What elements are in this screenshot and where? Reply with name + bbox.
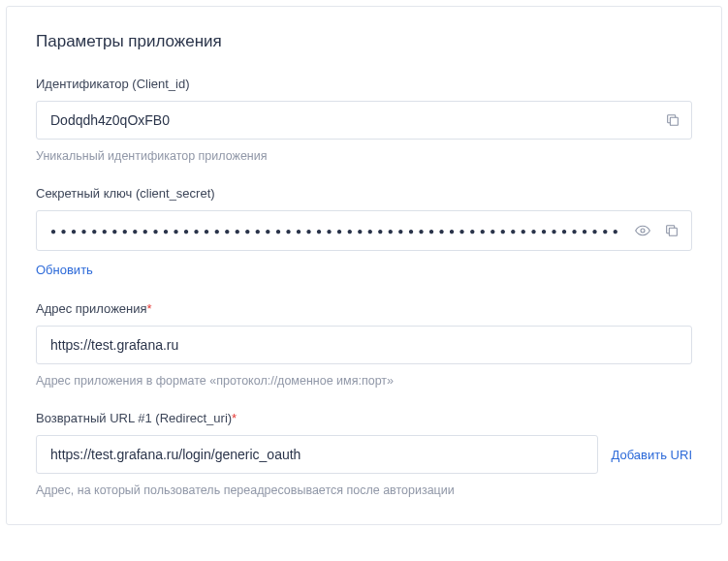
redirect-uri-label: Возвратный URL #1 (Redirect_uri)*	[36, 411, 692, 425]
copy-icon	[664, 223, 680, 238]
copy-icon	[665, 112, 681, 128]
required-marker: *	[232, 411, 237, 425]
redirect-uri-input-wrap	[36, 435, 598, 474]
client-id-input[interactable]	[36, 101, 692, 140]
client-secret-field: Секретный ключ (client_secret) ●●●●●●●●●…	[36, 186, 692, 278]
redirect-uri-label-text: Возвратный URL #1 (Redirect_uri)	[36, 411, 232, 425]
redirect-uri-row: Добавить URI	[36, 435, 692, 474]
eye-icon	[635, 223, 650, 238]
client-id-icons	[663, 110, 682, 130]
refresh-secret-button[interactable]: Обновить	[36, 263, 93, 277]
app-url-field: Адрес приложения* Адрес приложения в фор…	[36, 301, 692, 388]
svg-point-1	[641, 229, 645, 233]
redirect-uri-input[interactable]	[36, 435, 598, 474]
add-uri-button[interactable]: Добавить URI	[612, 448, 692, 462]
copy-secret-button[interactable]	[662, 221, 681, 240]
client-secret-label: Секретный ключ (client_secret)	[36, 186, 692, 201]
app-url-label-text: Адрес приложения	[36, 301, 147, 316]
app-params-panel: Параметры приложения Идентификатор (Clie…	[6, 6, 722, 525]
client-id-input-wrap	[36, 101, 692, 140]
reveal-secret-button[interactable]	[633, 221, 652, 240]
client-id-field: Идентификатор (Client_id) Уникальный иде…	[36, 77, 692, 163]
panel-title: Параметры приложения	[36, 32, 692, 51]
client-id-label: Идентификатор (Client_id)	[36, 77, 692, 91]
client-secret-input-wrap[interactable]: ●●●●●●●●●●●●●●●●●●●●●●●●●●●●●●●●●●●●●●●●…	[36, 210, 692, 251]
app-url-input-wrap	[36, 326, 692, 364]
copy-client-id-button[interactable]	[663, 110, 682, 130]
svg-rect-2	[669, 228, 677, 235]
required-marker: *	[147, 301, 152, 316]
app-url-label: Адрес приложения*	[36, 301, 692, 316]
redirect-uri-field: Возвратный URL #1 (Redirect_uri)* Добави…	[36, 411, 692, 497]
svg-rect-0	[670, 117, 678, 125]
redirect-uri-help: Адрес, на который пользователь переадрес…	[36, 483, 692, 497]
client-secret-masked: ●●●●●●●●●●●●●●●●●●●●●●●●●●●●●●●●●●●●●●●●…	[37, 211, 617, 250]
client-secret-icons	[633, 221, 681, 240]
app-url-input[interactable]	[36, 326, 692, 364]
client-id-help: Уникальный идентификатор приложения	[36, 149, 692, 163]
app-url-help: Адрес приложения в формате «протокол://д…	[36, 374, 692, 388]
